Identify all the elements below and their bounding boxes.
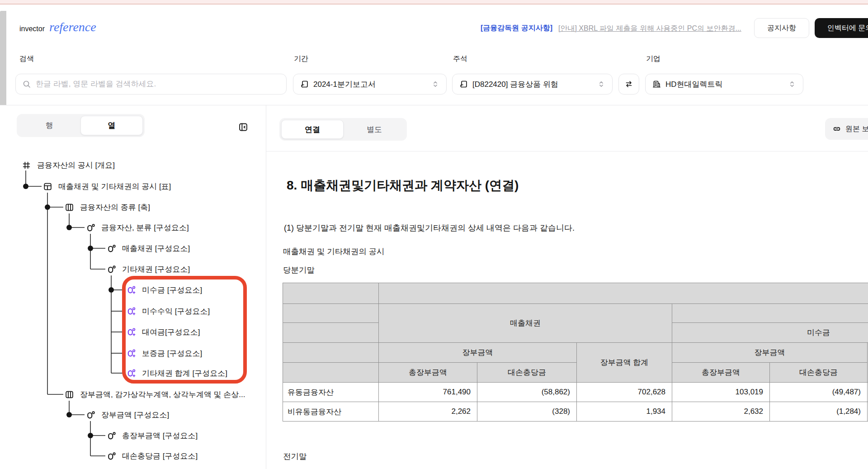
tree-item-carrying-amount-axis[interactable]: 장부금액, 감가상각누계액, 상각누계액 및 손상... bbox=[65, 388, 245, 401]
axis-icon bbox=[65, 390, 74, 399]
table-title: 매출채권 및 기타채권의 공시 bbox=[283, 246, 385, 257]
table-header-cell-gross: 총장부금액 bbox=[672, 363, 770, 383]
notice-ticker-link[interactable]: [안내] XBRL 파일 제출을 위해 사용중인 PC의 보안환경... bbox=[558, 24, 741, 33]
member-icon bbox=[107, 244, 116, 253]
hash-icon bbox=[22, 161, 31, 170]
tree-item-gross-carrying-amount-member[interactable]: 총장부금액 [구성요소] bbox=[107, 429, 198, 442]
search-input[interactable] bbox=[36, 80, 280, 89]
notice-button[interactable]: 공지사항 bbox=[754, 18, 809, 38]
table-header-row bbox=[283, 283, 868, 304]
cell-value: 702,628 bbox=[577, 383, 672, 402]
table-header-cell-allowance: 대손충당금 bbox=[770, 363, 868, 383]
member-sparkle-icon bbox=[127, 349, 136, 358]
table-header-row: 매출채권 bbox=[283, 304, 868, 323]
table-header-cell-gross: 총장부금액 bbox=[379, 363, 477, 383]
cell-value: 2,262 bbox=[379, 402, 477, 422]
table-header-cell-bookvalue: 장부금액 bbox=[672, 343, 868, 363]
tree-item-accrued-income-member[interactable]: 미수수익 [구성요소] bbox=[127, 304, 210, 318]
logo-secondary: reference bbox=[49, 20, 96, 34]
regulator-notice-link[interactable]: [금융감독원 공지사항] bbox=[481, 24, 552, 33]
receivables-table-wrap: 매출채권 미수금 장부금액 장부금액 합계 장부금액 총장부금액 bbox=[283, 283, 868, 422]
collapse-sidebar-icon[interactable] bbox=[238, 122, 248, 132]
swap-button[interactable] bbox=[618, 74, 639, 95]
swap-arrows-icon bbox=[624, 80, 633, 89]
tab-columns[interactable]: 열 bbox=[80, 116, 143, 135]
search-label: 검색 bbox=[19, 54, 34, 64]
view-source-label: 원본 보기 bbox=[845, 124, 868, 134]
period-current-label: 당분기말 bbox=[283, 265, 315, 275]
receivables-table: 매출채권 미수금 장부금액 장부금액 합계 장부금액 총장부금액 bbox=[283, 283, 868, 422]
table-row-noncurrent-assets: 비유동금융자산 2,262 (328) 1,934 2,632 (1,284) bbox=[283, 402, 868, 422]
table-header-row: 장부금액 장부금액 합계 장부금액 bbox=[283, 343, 868, 363]
member-sparkle-icon bbox=[127, 369, 136, 378]
member-sparkle-icon bbox=[127, 327, 136, 337]
tree-item-trade-receivables-table[interactable]: 매출채권 및 기타채권의 공시 [표] bbox=[43, 180, 171, 193]
tree-item-financial-asset-type-axis[interactable]: 금융자산의 종류 [축] bbox=[65, 200, 150, 214]
row-label: 유동금융자산 bbox=[283, 383, 379, 402]
member-icon bbox=[86, 223, 95, 232]
tabbar-divider bbox=[266, 151, 868, 152]
link-icon bbox=[832, 124, 841, 133]
tree-item-financial-asset-class-member[interactable]: 금융자산, 분류 [구성요소] bbox=[86, 221, 189, 234]
cell-value: 761,490 bbox=[379, 383, 477, 402]
period-select[interactable]: 2024-1분기보고서 bbox=[293, 74, 447, 95]
member-icon bbox=[107, 265, 116, 274]
table-header-cell bbox=[283, 343, 379, 363]
search-field[interactable] bbox=[15, 74, 287, 95]
tree-item-disclosure-overview[interactable]: 금융자산의 공시 [개요] bbox=[22, 158, 115, 172]
search-icon bbox=[22, 80, 31, 89]
company-value: HD현대일렉트릭 bbox=[665, 79, 723, 90]
window-edge-strip bbox=[0, 11, 6, 105]
tree-item-other-accounts-receivable-member[interactable]: 미수금 [구성요소] bbox=[127, 283, 202, 297]
tab-separate[interactable]: 별도 bbox=[344, 120, 405, 139]
chevron-updown-icon bbox=[431, 80, 440, 89]
report-scroll-icon bbox=[459, 80, 468, 89]
table-header-cell bbox=[283, 363, 379, 383]
cell-value: (1,284) bbox=[770, 402, 868, 422]
axis-view-switch: 행 열 bbox=[17, 114, 145, 137]
footnote-select[interactable]: [D822420] 금융상품 위험 bbox=[452, 74, 613, 95]
app-logo: invector reference bbox=[19, 20, 96, 34]
tab-consolidated[interactable]: 연결 bbox=[281, 120, 344, 139]
table-header-cell bbox=[672, 304, 868, 323]
table-header-cell bbox=[283, 283, 379, 304]
chevron-updown-icon bbox=[788, 80, 797, 89]
logo-primary: invector bbox=[19, 25, 45, 33]
table-header-cell-trade: 매출채권 bbox=[379, 304, 672, 343]
table-header-cell bbox=[283, 323, 379, 343]
cell-value: 1,934 bbox=[577, 402, 672, 422]
axis-icon bbox=[65, 203, 74, 212]
statement-scope-switch: 연결 별도 bbox=[279, 118, 407, 141]
tree-item-allowance-member[interactable]: 대손충당금 [구성요소] bbox=[107, 449, 198, 463]
table-header-cell bbox=[283, 304, 379, 323]
table-header-cell-receivables: 미수금 bbox=[672, 323, 868, 343]
tree-item-deposits-member[interactable]: 보증금 [구성요소] bbox=[127, 346, 202, 360]
contact-button[interactable]: 인벡터에 문의 bbox=[815, 18, 868, 38]
tree-item-carrying-amount-member[interactable]: 장부금액 [구성요소] bbox=[86, 408, 169, 422]
report-scroll-icon bbox=[300, 80, 309, 89]
tree-item-other-receivables-member[interactable]: 기타채권 [구성요소] bbox=[107, 262, 190, 276]
period-prior-label: 전기말 bbox=[283, 451, 307, 462]
note-description: (1) 당분기말과 전기말 현재 매출채권및기타채권의 상세 내역은 다음과 같… bbox=[284, 223, 575, 233]
footnote-label: 주석 bbox=[453, 54, 467, 64]
app-root: invector reference [금융감독원 공지사항] [안내] XBR… bbox=[0, 0, 868, 469]
row-label: 비유동금융자산 bbox=[283, 402, 379, 422]
sidebar-divider bbox=[266, 105, 266, 469]
table-header-cell-allowance: 대손충당금 bbox=[477, 363, 577, 383]
member-icon bbox=[107, 451, 116, 461]
table-header-cell bbox=[379, 283, 868, 304]
view-source-button[interactable]: 원본 보기 bbox=[825, 118, 868, 140]
cell-value: 103,019 bbox=[672, 383, 770, 402]
tree-item-loans-member[interactable]: 대여금[구성요소] bbox=[127, 325, 200, 339]
table-header-row: 총장부금액 대손충당금 총장부금액 대손충당금 bbox=[283, 363, 868, 383]
member-sparkle-icon bbox=[127, 285, 136, 295]
table-icon bbox=[43, 182, 52, 191]
building-icon bbox=[652, 80, 661, 89]
tree-item-trade-receivables-member[interactable]: 매출채권 [구성요소] bbox=[107, 242, 190, 255]
cell-value: (328) bbox=[477, 402, 577, 422]
tree-item-other-receivables-total-member[interactable]: 기타채권 합계 [구성요소] bbox=[127, 366, 227, 380]
company-select[interactable]: HD현대일렉트릭 bbox=[645, 74, 803, 95]
tab-rows[interactable]: 행 bbox=[19, 116, 80, 135]
cell-value: (49,487) bbox=[770, 383, 868, 402]
company-label: 기업 bbox=[646, 54, 660, 64]
